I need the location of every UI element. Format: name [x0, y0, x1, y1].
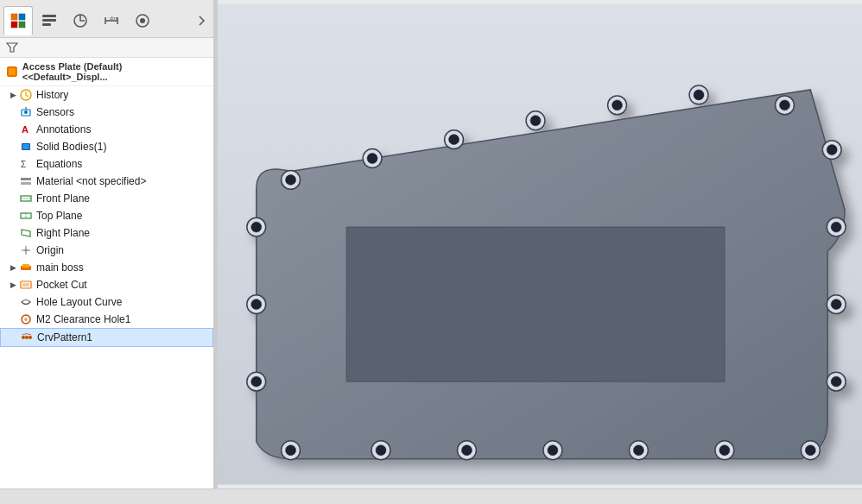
svg-text:dim: dim: [110, 16, 118, 21]
expander-top-plane: [7, 210, 19, 222]
origin-label: Origin: [36, 244, 64, 256]
svg-point-58: [780, 100, 790, 110]
svg-point-50: [449, 135, 460, 145]
svg-text:A: A: [22, 124, 29, 135]
svg-point-13: [140, 18, 145, 23]
chevron-right-icon: [197, 15, 206, 27]
expander-main-boss[interactable]: ▶: [7, 261, 19, 274]
svg-text:Σ: Σ: [21, 160, 26, 169]
crv-pattern-icon: [20, 331, 34, 344]
main-boss-label: main boss: [36, 261, 84, 274]
expander-material: [7, 175, 19, 187]
tree-item-history[interactable]: ▶ History: [0, 86, 213, 104]
expander-crv-pattern: [8, 331, 20, 343]
expander-front-plane: [7, 192, 19, 205]
svg-point-84: [251, 299, 262, 310]
svg-marker-31: [22, 230, 30, 236]
annotations-label: Annotations: [36, 123, 91, 135]
tree-item-material[interactable]: Material <not specified>: [0, 173, 213, 190]
annotations-icon: A: [19, 123, 33, 136]
svg-rect-1: [19, 14, 25, 20]
svg-point-78: [376, 445, 386, 456]
svg-point-60: [827, 145, 837, 155]
svg-point-48: [367, 154, 377, 164]
svg-rect-16: [9, 68, 16, 75]
tab-feature-manager[interactable]: [3, 6, 33, 35]
tree-item-top-plane[interactable]: Top Plane: [0, 207, 213, 224]
viewport: [218, 0, 862, 488]
history-icon: [19, 88, 33, 102]
svg-rect-3: [19, 22, 25, 28]
tree-header: Access Plate (Default) <<Default>_Displ.…: [0, 58, 213, 86]
svg-rect-5: [42, 19, 56, 22]
equations-label: Equations: [36, 158, 82, 170]
expander-history[interactable]: ▶: [7, 89, 19, 101]
svg-point-82: [251, 376, 262, 387]
filter-funnel-icon: [6, 41, 18, 54]
tree-item-m2-clearance-hole[interactable]: M2 Clearance Hole1: [0, 311, 213, 328]
property-manager-icon: [41, 12, 58, 29]
tree-item-front-plane[interactable]: Front Plane: [0, 190, 213, 207]
tree-header-title: Access Plate (Default) <<Default>_Displ.…: [22, 61, 208, 82]
tree-item-right-plane[interactable]: Right Plane: [0, 224, 213, 242]
status-bar: [0, 488, 862, 504]
expander-m2-hole: [7, 313, 19, 325]
expander-annotations: [7, 123, 19, 135]
expander-equations: [7, 158, 19, 170]
svg-point-80: [286, 445, 296, 456]
feature-manager-icon: [10, 12, 27, 29]
config-manager-icon: [72, 12, 89, 29]
tree-item-solid-bodies[interactable]: Solid Bodies(1): [0, 138, 213, 155]
m2-hole-icon: [19, 312, 33, 326]
front-plane-icon: [19, 192, 33, 205]
svg-point-66: [831, 376, 841, 387]
tree-item-annotations[interactable]: A Annotations: [0, 121, 213, 138]
tree-item-hole-layout-curve[interactable]: Hole Layout Curve: [0, 293, 213, 311]
solid-bodies-label: Solid Bodies(1): [36, 141, 106, 153]
solid-bodies-icon: [19, 140, 33, 154]
tree-item-sensors[interactable]: Sensors: [0, 104, 213, 121]
part-icon: [5, 65, 19, 79]
tab-display-manager[interactable]: [128, 6, 157, 35]
svg-point-72: [633, 445, 643, 456]
svg-point-62: [831, 222, 841, 232]
svg-point-41: [22, 336, 25, 339]
svg-rect-2: [11, 22, 17, 28]
tab-property-manager[interactable]: [35, 6, 64, 35]
filter-bar: [0, 38, 213, 58]
tab-more-arrow[interactable]: [193, 6, 210, 35]
svg-rect-6: [42, 23, 51, 26]
origin-icon: [19, 243, 33, 257]
tree-item-origin[interactable]: Origin: [0, 242, 213, 259]
svg-point-74: [548, 445, 558, 456]
pocket-cut-label: Pocket Cut: [36, 279, 87, 291]
material-label: Material <not specified>: [36, 175, 146, 187]
svg-rect-26: [21, 182, 31, 185]
tab-dim-xpert[interactable]: dim: [97, 6, 126, 35]
svg-point-34: [25, 249, 28, 252]
expander-solid-bodies: [7, 141, 19, 153]
sidebar-tabs: dim: [0, 0, 213, 38]
top-plane-icon: [19, 209, 33, 223]
svg-point-19: [24, 110, 28, 114]
tree-item-equations[interactable]: Σ Equations: [0, 155, 213, 173]
pocket-cut-icon: [19, 278, 33, 292]
material-icon: [19, 174, 33, 188]
expander-pocket-cut[interactable]: ▶: [7, 279, 19, 291]
front-plane-label: Front Plane: [36, 192, 90, 205]
tree-item-pocket-cut[interactable]: ▶ Pocket Cut: [0, 276, 213, 293]
tab-config-manager[interactable]: [66, 6, 95, 35]
tree-item-crv-pattern[interactable]: CrvPattern1: [0, 328, 213, 347]
svg-point-42: [25, 336, 29, 339]
sensors-label: Sensors: [36, 106, 74, 118]
hole-layout-label: Hole Layout Curve: [36, 296, 122, 308]
svg-marker-14: [7, 43, 17, 52]
right-plane-icon: [19, 226, 33, 240]
equations-icon: Σ: [19, 157, 33, 171]
svg-point-56: [694, 90, 704, 100]
svg-rect-23: [22, 144, 29, 149]
right-plane-label: Right Plane: [36, 227, 90, 239]
3d-viewport-svg: [218, 0, 862, 488]
tree-item-main-boss[interactable]: ▶ main boss: [0, 259, 213, 276]
m2-clearance-label: M2 Clearance Hole1: [36, 313, 130, 325]
